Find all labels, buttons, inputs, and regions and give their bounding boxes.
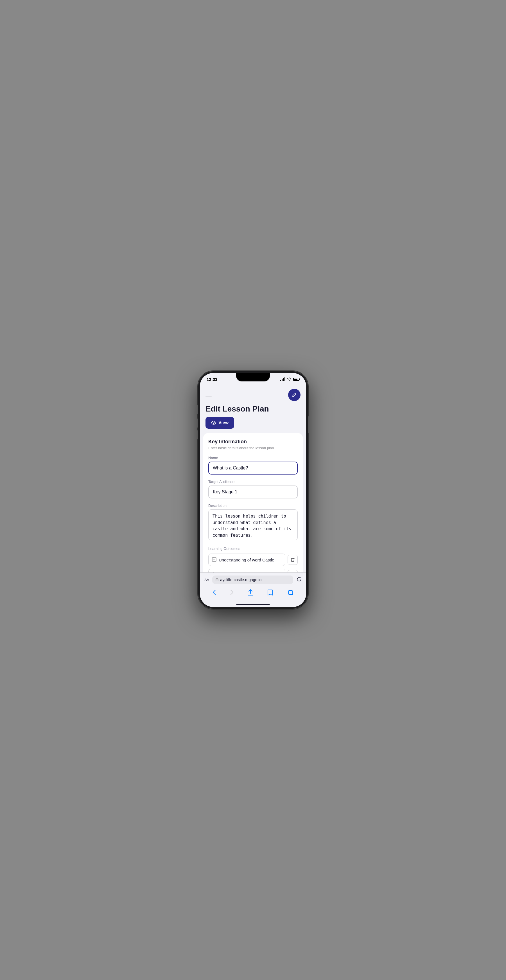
browser-bar: AA aycliffe-castle.n-gage.io — [200, 573, 306, 587]
outcomes-label: Learning Outcomes — [208, 547, 298, 551]
browser-url-text: aycliffe-castle.n-gage.io — [220, 578, 262, 582]
hamburger-line-3 — [206, 397, 212, 397]
page-title: Edit Lesson Plan — [206, 404, 300, 414]
tabs-button[interactable] — [287, 589, 293, 597]
status-bar: 12:33 — [200, 373, 306, 385]
refresh-button[interactable] — [297, 577, 301, 583]
section-subtitle: Enter basic details about the lesson pla… — [208, 446, 298, 450]
signal-bar-1 — [280, 380, 281, 381]
signal-bar-3 — [283, 378, 284, 381]
view-button-label: View — [219, 420, 228, 425]
browser-url-wrap[interactable]: aycliffe-castle.n-gage.io — [212, 576, 293, 584]
target-audience-input[interactable] — [208, 485, 298, 498]
forward-button[interactable] — [230, 590, 233, 597]
description-label: Description — [208, 503, 298, 508]
notch — [236, 373, 270, 382]
name-input[interactable] — [208, 461, 298, 474]
signal-bar-4 — [284, 377, 286, 381]
edit-button[interactable] — [288, 389, 300, 401]
svg-point-0 — [213, 422, 214, 424]
app-content[interactable]: Edit Lesson Plan View Key Information En… — [200, 385, 306, 573]
outcome-row-2: Architecture — [208, 569, 298, 573]
status-icons — [280, 377, 300, 382]
eye-icon — [211, 421, 216, 425]
description-textarea[interactable]: This lesson helps children to understand… — [208, 509, 298, 540]
delete-outcome-2-button[interactable] — [287, 570, 298, 573]
clipboard-icon-1 — [212, 557, 216, 563]
app-header — [200, 385, 306, 403]
battery-icon — [293, 378, 300, 381]
battery-fill — [294, 379, 297, 380]
back-button[interactable] — [213, 590, 216, 597]
svg-rect-3 — [216, 579, 218, 581]
hamburger-menu-button[interactable] — [206, 393, 212, 397]
hamburger-line-2 — [206, 395, 212, 395]
phone-frame: 12:33 — [198, 371, 308, 609]
pencil-icon — [292, 393, 297, 397]
page-title-section: Edit Lesson Plan — [200, 403, 306, 417]
section-title: Key Information — [208, 439, 298, 445]
svg-rect-4 — [289, 591, 293, 595]
hamburger-line-1 — [206, 393, 212, 393]
share-button[interactable] — [247, 589, 253, 597]
outcome-input-wrap-1: Understanding of word Castle — [208, 554, 286, 566]
form-card: Key Information Enter basic details abou… — [203, 433, 303, 573]
text-size-button[interactable]: AA — [205, 578, 209, 582]
home-indicator — [200, 605, 306, 607]
name-field-group: Name — [208, 456, 298, 474]
outcome-input-wrap-2: Architecture — [208, 569, 286, 573]
outcome-text-1: Understanding of word Castle — [219, 557, 274, 562]
wifi-icon — [287, 377, 292, 382]
trash-icon-1 — [291, 557, 295, 562]
signal-bar-2 — [282, 379, 282, 381]
lock-icon — [216, 578, 219, 582]
bottom-nav — [200, 587, 306, 605]
description-field-group: Description This lesson helps children t… — [208, 503, 298, 541]
name-label: Name — [208, 456, 298, 460]
status-time: 12:33 — [206, 377, 217, 382]
target-audience-label: Target Audience — [208, 480, 298, 484]
home-bar — [236, 604, 270, 605]
bookmarks-button[interactable] — [267, 589, 273, 597]
phone-screen: 12:33 — [200, 373, 306, 607]
view-button[interactable]: View — [206, 417, 234, 429]
outcome-row-1: Understanding of word Castle — [208, 554, 298, 566]
target-audience-field-group: Target Audience — [208, 480, 298, 498]
svg-rect-1 — [212, 557, 216, 562]
signal-bars-icon — [280, 377, 286, 381]
delete-outcome-1-button[interactable] — [287, 555, 298, 565]
learning-outcomes-group: Learning Outcomes Understandi — [208, 547, 298, 573]
